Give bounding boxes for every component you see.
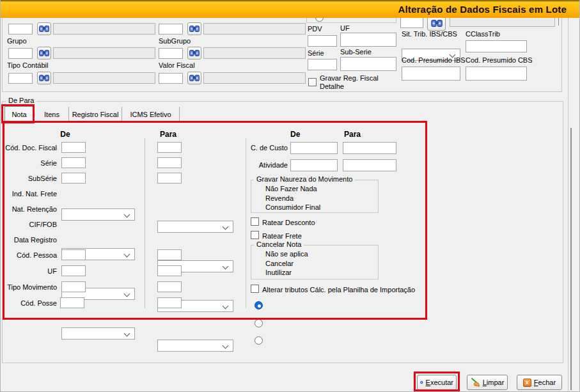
fechar-label: Fechar bbox=[534, 379, 556, 386]
gravar-reg-fiscal-checkbox[interactable] bbox=[308, 78, 317, 86]
cod-posse-para-input[interactable] bbox=[157, 297, 182, 308]
limpar-button[interactable]: Limpar bbox=[467, 375, 508, 390]
sub-serie-input[interactable] bbox=[340, 57, 396, 71]
serie-label: Série bbox=[308, 49, 324, 58]
tipo-contabil-code-input[interactable] bbox=[8, 73, 33, 84]
grupo-code-input[interactable] bbox=[8, 48, 33, 59]
radio-inutilizar-label: Inutilizar bbox=[265, 269, 292, 277]
binoculars-icon bbox=[39, 49, 49, 57]
ratear-desconto-label: Ratear Desconto bbox=[262, 219, 315, 227]
tipo-movimento-para-input[interactable] bbox=[157, 281, 182, 292]
serie-input[interactable] bbox=[308, 59, 337, 70]
uf-para-input[interactable] bbox=[157, 265, 182, 276]
tipo-contabil-label: Tipo Contábil bbox=[7, 61, 48, 70]
atividade-para-input[interactable] bbox=[343, 159, 396, 171]
binoculars-icon bbox=[39, 74, 49, 82]
pdv-input[interactable] bbox=[308, 35, 337, 47]
alterar-tributos-checkbox[interactable] bbox=[251, 285, 259, 293]
ncm-description-field bbox=[203, 23, 306, 35]
row-label: Série bbox=[2, 159, 57, 168]
pdv-label: PDV bbox=[308, 25, 322, 33]
produto-code-input[interactable] bbox=[8, 24, 33, 35]
tab-nota[interactable]: Nota bbox=[4, 106, 34, 122]
subserie-de-input[interactable] bbox=[61, 173, 86, 184]
uf-de-input[interactable] bbox=[61, 265, 86, 276]
ratear-frete-checkbox[interactable] bbox=[251, 231, 259, 239]
cod-presumido-ibs-input[interactable] bbox=[402, 67, 460, 81]
tab-itens[interactable]: Itens bbox=[35, 107, 69, 122]
cod-pessoa-de-input[interactable] bbox=[61, 249, 86, 260]
de-column-header: De bbox=[56, 130, 75, 139]
right-de-header: De bbox=[290, 130, 300, 139]
tab-registro-fiscal[interactable]: Registro Fiscal bbox=[69, 107, 122, 122]
ind-nat-frete-para-select[interactable] bbox=[157, 221, 233, 233]
c-de-custo-de-input[interactable] bbox=[290, 142, 338, 154]
cod-doc-fiscal-para-input[interactable] bbox=[157, 142, 182, 153]
serie-para-input[interactable] bbox=[157, 157, 182, 168]
ncm-search-button[interactable] bbox=[187, 22, 201, 35]
tab-icms-efetivo[interactable]: ICMS Efetivo bbox=[122, 107, 180, 122]
limpar-label: Limpar bbox=[483, 379, 505, 386]
executar-button[interactable]: Executar bbox=[417, 375, 457, 390]
cod-doc-fiscal-de-input[interactable] bbox=[61, 142, 86, 153]
produto-description-field bbox=[53, 23, 155, 35]
radio-nao-fazer-nada[interactable] bbox=[255, 301, 263, 310]
radio-consumidor-final[interactable] bbox=[255, 336, 263, 345]
subserie-para-input[interactable] bbox=[157, 173, 182, 184]
radio-revenda-label: Revenda bbox=[265, 194, 294, 203]
scrollbar-line[interactable] bbox=[570, 128, 572, 390]
uf-input[interactable] bbox=[340, 33, 396, 47]
play-icon bbox=[420, 378, 423, 387]
grupo-label: Grupo bbox=[7, 37, 27, 45]
subgrupo-label: SubGrupo bbox=[159, 37, 191, 45]
cclasstrib-label: CClassTrib bbox=[466, 30, 500, 38]
radio-consumidor-final-label: Consumidor Final bbox=[265, 203, 320, 212]
cod-posse-de-input[interactable] bbox=[60, 297, 84, 308]
row-label: Ind. Nat. Frete bbox=[2, 190, 57, 198]
ncm-code-input[interactable] bbox=[159, 24, 183, 35]
serie-de-input[interactable] bbox=[61, 157, 86, 168]
fechar-button[interactable]: x Fechar bbox=[517, 375, 562, 390]
cod-pessoa-para-input[interactable] bbox=[157, 249, 182, 260]
row-label: SubSérie bbox=[2, 175, 57, 183]
binoculars-icon bbox=[39, 25, 49, 33]
c-de-custo-para-input[interactable] bbox=[343, 142, 396, 154]
data-registro-para-select[interactable] bbox=[157, 340, 233, 352]
row-label: Cód. Posse bbox=[2, 299, 57, 308]
gravar-natureza-legend: Gravar Naureza do Movimento bbox=[254, 175, 355, 184]
subgrupo-search-button[interactable] bbox=[187, 47, 201, 59]
tipo-contabil-search-button[interactable] bbox=[37, 72, 51, 84]
row-label: Cód. Pessoa bbox=[2, 251, 57, 260]
subgrupo-description-field bbox=[203, 47, 306, 59]
radio-nao-fazer-nada-label: Não Fazer Nada bbox=[265, 185, 317, 193]
grupo-search-button[interactable] bbox=[37, 47, 51, 59]
para-column-header: Para bbox=[157, 130, 179, 139]
valor-fiscal-code-input[interactable] bbox=[159, 73, 183, 84]
window-titlebar[interactable]: Alteração de Dados Fiscais em Lote bbox=[1, 0, 580, 18]
cod-presumido-cbs-input[interactable] bbox=[466, 67, 527, 81]
column-separator bbox=[145, 138, 145, 308]
executar-label: Executar bbox=[426, 379, 453, 386]
right-para-header: Para bbox=[344, 130, 361, 139]
binoculars-icon bbox=[189, 25, 200, 33]
radio-cancelar-label: Cancelar bbox=[265, 260, 294, 268]
radio-revenda[interactable] bbox=[255, 319, 263, 327]
binoculars-icon bbox=[431, 19, 443, 27]
cclasstrib-input[interactable] bbox=[466, 40, 527, 52]
row-label: Nat. Retenção bbox=[2, 205, 57, 214]
c-de-custo-label: C. de Custo bbox=[231, 144, 288, 152]
valor-fiscal-search-button[interactable] bbox=[187, 72, 201, 84]
subgrupo-code-input[interactable] bbox=[159, 48, 183, 59]
ratear-desconto-checkbox[interactable] bbox=[251, 217, 259, 226]
tipo-movimento-de-input[interactable] bbox=[61, 281, 86, 292]
sit-trib-ibs-cbs-label: Sit. Trib. IBS/CBS bbox=[402, 30, 457, 38]
clipped-search-button-fragment[interactable] bbox=[427, 16, 446, 31]
row-label: UF bbox=[2, 267, 57, 276]
close-icon: x bbox=[523, 379, 531, 387]
data-registro-de-select[interactable] bbox=[61, 327, 135, 340]
valor-fiscal-description-field bbox=[203, 72, 306, 84]
produto-search-button[interactable] bbox=[37, 22, 51, 35]
ind-nat-frete-de-select[interactable] bbox=[61, 208, 135, 221]
alterar-tributos-label: Alterar tributos Cálc. pela Planilha de … bbox=[262, 286, 415, 294]
atividade-de-input[interactable] bbox=[290, 159, 338, 171]
